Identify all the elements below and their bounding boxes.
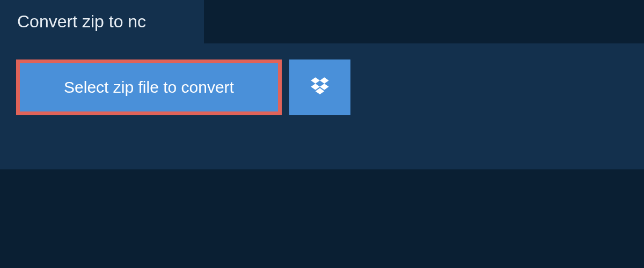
dropbox-button[interactable] [289,59,350,115]
select-file-label: Select zip file to convert [64,78,234,96]
select-file-button[interactable]: Select zip file to convert [16,59,282,115]
action-row: Select zip file to convert [16,59,628,115]
converter-panel: Select zip file to convert [0,43,644,169]
tab-title: Convert zip to nc [0,0,204,43]
dropbox-icon [309,76,331,99]
